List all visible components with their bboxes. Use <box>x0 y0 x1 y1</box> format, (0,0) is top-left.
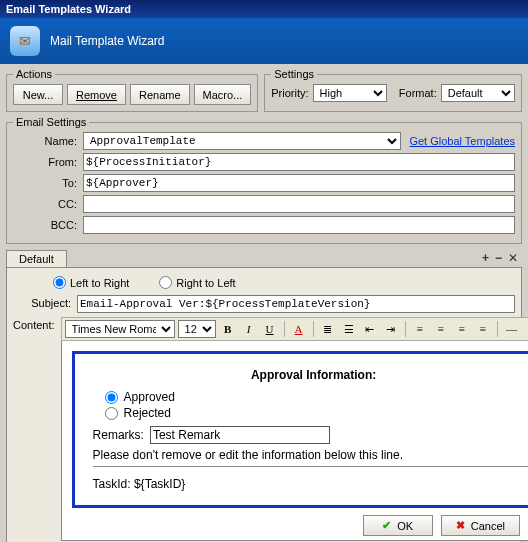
cross-icon: ✖ <box>456 519 465 532</box>
align-left-button[interactable]: ≡ <box>411 320 429 338</box>
outdent-button[interactable]: ⇤ <box>361 320 379 338</box>
cc-label: CC: <box>13 198 83 210</box>
font-family-select[interactable]: Times New Roman <box>65 320 175 338</box>
bold-button[interactable]: B <box>219 320 237 338</box>
dialog-footer: ✔ OK ✖ Cancel <box>363 515 520 536</box>
cc-input[interactable] <box>83 195 515 213</box>
rejected-radio[interactable] <box>105 407 118 420</box>
subject-label: Subject: <box>13 295 77 309</box>
format-select[interactable]: Default <box>441 84 515 102</box>
direction-rtl[interactable]: Right to Left <box>159 276 235 289</box>
toolbar-separator <box>497 321 498 337</box>
name-label: Name: <box>13 135 83 147</box>
italic-button[interactable]: I <box>240 320 258 338</box>
align-center-button[interactable]: ≡ <box>432 320 450 338</box>
macro-button[interactable]: Macro... <box>194 84 252 105</box>
tab-remove-icon[interactable]: − <box>495 251 502 265</box>
cancel-button[interactable]: ✖ Cancel <box>441 515 520 536</box>
email-settings-group: Email Settings Name: ApprovalTemplate Ge… <box>6 116 522 244</box>
tab-body: Left to Right Right to Left Subject: Con… <box>6 268 522 542</box>
bcc-label: BCC: <box>13 219 83 231</box>
editor-body[interactable]: Approval Information: Approved Rejected … <box>61 341 528 541</box>
window-titlebar: Email Templates Wizard <box>0 0 528 18</box>
horizontal-rule-button[interactable]: — <box>503 320 521 338</box>
direction-ltr[interactable]: Left to Right <box>53 276 129 289</box>
font-color-button[interactable]: A <box>290 320 308 338</box>
divider <box>93 466 528 467</box>
actions-group: Actions New... Remove Rename Macro... <box>6 68 258 112</box>
settings-group: Settings Priority: High Format: Default <box>264 68 522 112</box>
name-select[interactable]: ApprovalTemplate <box>83 132 401 150</box>
wizard-header-title: Mail Template Wizard <box>50 34 164 48</box>
toolbar-separator <box>284 321 285 337</box>
actions-legend: Actions <box>13 68 55 80</box>
mail-wizard-icon: ✉ <box>10 26 40 56</box>
align-right-button[interactable]: ≡ <box>453 320 471 338</box>
priority-label: Priority: <box>271 87 308 99</box>
toolbar-separator <box>313 321 314 337</box>
ok-button[interactable]: ✔ OK <box>363 515 433 536</box>
get-global-templates-link[interactable]: Get Global Templates <box>409 135 515 147</box>
approval-heading: Approval Information: <box>93 368 528 382</box>
rejected-label: Rejected <box>124 406 171 420</box>
align-justify-button[interactable]: ≡ <box>474 320 492 338</box>
email-settings-legend: Email Settings <box>13 116 89 128</box>
approved-label: Approved <box>124 390 175 404</box>
remarks-input[interactable] <box>150 426 330 444</box>
ltr-radio[interactable] <box>53 276 66 289</box>
format-label: Format: <box>399 87 437 99</box>
subject-input[interactable] <box>77 295 515 313</box>
tab-add-icon[interactable]: + <box>482 251 489 265</box>
from-label: From: <box>13 156 83 168</box>
remove-button[interactable]: Remove <box>67 84 126 105</box>
wizard-header: ✉ Mail Template Wizard <box>0 18 528 64</box>
to-label: To: <box>13 177 83 189</box>
remarks-label: Remarks: <box>93 428 144 442</box>
tab-default[interactable]: Default <box>6 250 67 267</box>
tab-close-icon[interactable]: ✕ <box>508 251 518 265</box>
font-size-select[interactable]: 12 <box>178 320 216 338</box>
settings-legend: Settings <box>271 68 317 80</box>
check-icon: ✔ <box>382 519 391 532</box>
window-title: Email Templates Wizard <box>6 3 131 15</box>
rename-button[interactable]: Rename <box>130 84 190 105</box>
bullet-list-button[interactable]: ≣ <box>319 320 337 338</box>
approval-box: Approval Information: Approved Rejected … <box>72 351 528 508</box>
rtl-radio[interactable] <box>159 276 172 289</box>
approved-radio[interactable] <box>105 391 118 404</box>
bcc-input[interactable] <box>83 216 515 234</box>
noedit-warning: Please don't remove or edit the informat… <box>93 448 528 462</box>
insert-image-button[interactable]: ▦ <box>524 320 528 338</box>
to-input[interactable] <box>83 174 515 192</box>
underline-button[interactable]: U <box>261 320 279 338</box>
number-list-button[interactable]: ☰ <box>340 320 358 338</box>
from-input[interactable] <box>83 153 515 171</box>
indent-button[interactable]: ⇥ <box>382 320 400 338</box>
new-button[interactable]: New... <box>13 84 63 105</box>
editor-toolbar: Times New Roman 12 B I U A ≣ ☰ ⇤ ⇥ <box>61 317 528 341</box>
toolbar-separator <box>405 321 406 337</box>
priority-select[interactable]: High <box>313 84 387 102</box>
content-label: Content: <box>13 317 61 331</box>
taskid-line: TaskId: ${TaskID} <box>93 477 528 491</box>
tab-bar: Default + − ✕ <box>6 248 522 268</box>
